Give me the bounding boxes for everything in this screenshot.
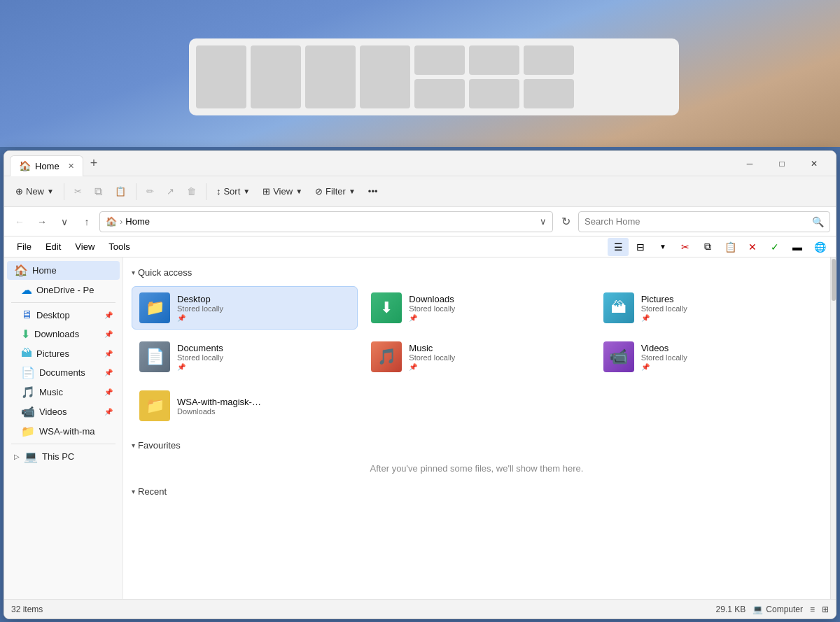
music-folder-pin: 📌 <box>409 363 455 371</box>
menu-file[interactable]: File <box>10 239 38 255</box>
quick-access-header[interactable]: ▾ Quick access <box>132 263 822 282</box>
favourites-header[interactable]: ▾ Favourites <box>132 436 822 455</box>
desktop-pin-icon: 📌 <box>104 311 113 319</box>
content-area: ▾ Quick access 📁 Desktop Stored locally … <box>123 257 830 599</box>
delete-button[interactable]: 🗑 <box>181 183 202 199</box>
cut-toolbar-icon[interactable]: ✂ <box>675 238 696 256</box>
scroll-thumb[interactable] <box>832 259 836 301</box>
tab-close-button[interactable]: ✕ <box>68 162 74 171</box>
cut-button[interactable]: ✂ <box>69 183 88 199</box>
wsa-folder-icon: 📁 <box>139 390 170 421</box>
menu-tools[interactable]: Tools <box>102 239 136 255</box>
checkmark-icon[interactable]: ✓ <box>764 238 785 256</box>
view-button[interactable]: ⊞ View ▼ <box>257 183 308 199</box>
documents-folder-sub: Stored locally <box>177 353 223 362</box>
folder-card-desktop[interactable]: 📁 Desktop Stored locally 📌 <box>132 286 358 330</box>
favourites-empty-text: After you've pinned some files, we'll sh… <box>132 455 822 482</box>
sidebar-item-pictures[interactable]: 🏔 Pictures 📌 <box>7 344 120 362</box>
network-icon[interactable]: 🌐 <box>809 238 830 256</box>
menu-view[interactable]: View <box>68 239 102 255</box>
copy-button[interactable]: ⧉ <box>89 183 108 201</box>
filter-icon: ⊘ <box>315 186 323 197</box>
folder-card-music[interactable]: 🎵 Music Stored locally 📌 <box>363 335 589 379</box>
music-folder-name: Music <box>409 343 455 353</box>
sidebar-item-desktop[interactable]: 🖥 Desktop 📌 <box>7 306 120 324</box>
status-items-count: 32 items <box>11 605 43 614</box>
explorer-window: 🏠 Home ✕ + ─ □ ✕ ⊕ New ▼ ✂ ⧉ 📋 ✏ <box>4 150 836 619</box>
rename-icon: ✏ <box>146 186 154 197</box>
sidebar-item-videos[interactable]: 📹 Videos 📌 <box>7 402 120 421</box>
sidebar-item-wsa[interactable]: 📁 WSA-with-ma <box>7 422 120 441</box>
sidebar-item-home[interactable]: 🏠 Home <box>7 261 120 280</box>
pictures-pin-icon: 📌 <box>104 350 113 358</box>
sidebar-item-thispc[interactable]: ▷ 💻 This PC <box>7 447 120 466</box>
view-grid-icon[interactable]: ⊞ <box>822 605 829 614</box>
documents-pin-icon: 📌 <box>104 369 113 376</box>
minimize-button[interactable]: ─ <box>734 151 766 176</box>
view-list-icon[interactable]: ≡ <box>810 605 815 614</box>
search-input[interactable] <box>584 216 812 227</box>
search-box[interactable]: 🔍 <box>578 211 830 232</box>
sidebar-music-label: Music <box>39 387 63 397</box>
details-pane-button[interactable]: ⊟ <box>630 238 651 256</box>
favourites-chevron: ▾ <box>132 441 135 449</box>
clipboard-icon[interactable]: 📋 <box>720 238 741 256</box>
toolbar: ⊕ New ▼ ✂ ⧉ 📋 ✏ ↗ 🗑 ↕ Sort ▼ ⊞ <box>4 176 836 207</box>
explorer-tab[interactable]: 🏠 Home ✕ <box>10 155 83 176</box>
desktop-folder-icon: 📁 <box>139 292 170 323</box>
sidebar-wsa-label: WSA-with-ma <box>39 426 94 437</box>
folder-card-pictures[interactable]: 🏔 Pictures Stored locally 📌 <box>596 286 822 330</box>
toolbar-separator-3 <box>206 183 206 200</box>
back-button[interactable]: ← <box>10 212 29 232</box>
recent-header[interactable]: ▾ Recent <box>132 482 822 501</box>
vertical-scrollbar[interactable] <box>830 257 836 599</box>
desktop-sidebar-icon: 🖥 <box>21 309 32 321</box>
more-button[interactable]: ••• <box>363 183 384 199</box>
filter-button[interactable]: ⊘ Filter ▼ <box>309 183 361 199</box>
rename-button[interactable]: ✏ <box>141 183 160 199</box>
new-button[interactable]: ⊕ New ▼ <box>10 183 59 199</box>
sidebar-divider-2 <box>11 444 115 444</box>
thumb-7b <box>524 79 574 108</box>
folder-card-videos[interactable]: 📹 Videos Stored locally 📌 <box>596 335 822 379</box>
folder-card-documents[interactable]: 📄 Documents Stored locally 📌 <box>132 335 358 379</box>
computer-icon: 💻 <box>752 605 763 614</box>
maximize-button[interactable]: □ <box>766 151 798 176</box>
documents-sidebar-icon: 📄 <box>21 366 35 379</box>
path-dropdown-icon[interactable]: ∨ <box>540 216 547 227</box>
share-button[interactable]: ↗ <box>161 183 180 199</box>
sort-button[interactable]: ↕ Sort ▼ <box>211 183 255 199</box>
documents-folder-name: Documents <box>177 343 223 353</box>
up-button[interactable]: ↑ <box>77 212 97 232</box>
status-bar: 32 items 29.1 KB 💻 Computer ≡ ⊞ <box>4 599 836 619</box>
details-pane-dropdown[interactable]: ▼ <box>652 238 673 256</box>
copy-toolbar-icon[interactable]: ⧉ <box>697 238 718 256</box>
sidebar-item-onedrive[interactable]: ☁ OneDrive - Pe <box>7 281 120 299</box>
folder-card-wsa[interactable]: 📁 WSA-with-magisk-… Downloads <box>132 384 358 427</box>
sidebar-item-downloads[interactable]: ⬇ Downloads 📌 <box>7 325 120 344</box>
sidebar-item-music[interactable]: 🎵 Music 📌 <box>7 383 120 402</box>
recent-locations-button[interactable]: ∨ <box>55 212 74 232</box>
downloads-folder-info: Downloads Stored locally 📌 <box>409 294 455 322</box>
add-tab-button[interactable]: + <box>86 155 102 172</box>
refresh-button[interactable]: ↻ <box>556 212 575 232</box>
folder-card-downloads[interactable]: ⬇ Downloads Stored locally 📌 <box>363 286 589 330</box>
videos-folder-icon: 📹 <box>603 341 634 372</box>
paste-button[interactable]: 📋 <box>109 183 132 199</box>
view-dropdown-icon: ▼ <box>295 188 302 195</box>
share-icon: ↗ <box>167 186 174 197</box>
menu-edit[interactable]: Edit <box>38 239 68 255</box>
downloads-sidebar-icon: ⬇ <box>21 327 30 341</box>
sidebar-toggle-button[interactable]: ☰ <box>608 238 629 256</box>
delete-toolbar-icon[interactable]: ✕ <box>742 238 763 256</box>
pictures-folder-sub: Stored locally <box>641 304 687 313</box>
forward-button[interactable]: → <box>32 212 52 232</box>
close-button[interactable]: ✕ <box>798 151 830 176</box>
address-path[interactable]: 🏠 › Home ∨ <box>99 211 553 232</box>
sort-dropdown-icon: ▼ <box>243 188 250 195</box>
music-folder-icon: 🎵 <box>371 341 402 372</box>
compact-view-icon[interactable]: ▬ <box>787 238 808 256</box>
music-sidebar-icon: 🎵 <box>21 386 35 399</box>
downloads-folder-pin: 📌 <box>409 314 455 322</box>
sidebar-item-documents[interactable]: 📄 Documents 📌 <box>7 363 120 382</box>
